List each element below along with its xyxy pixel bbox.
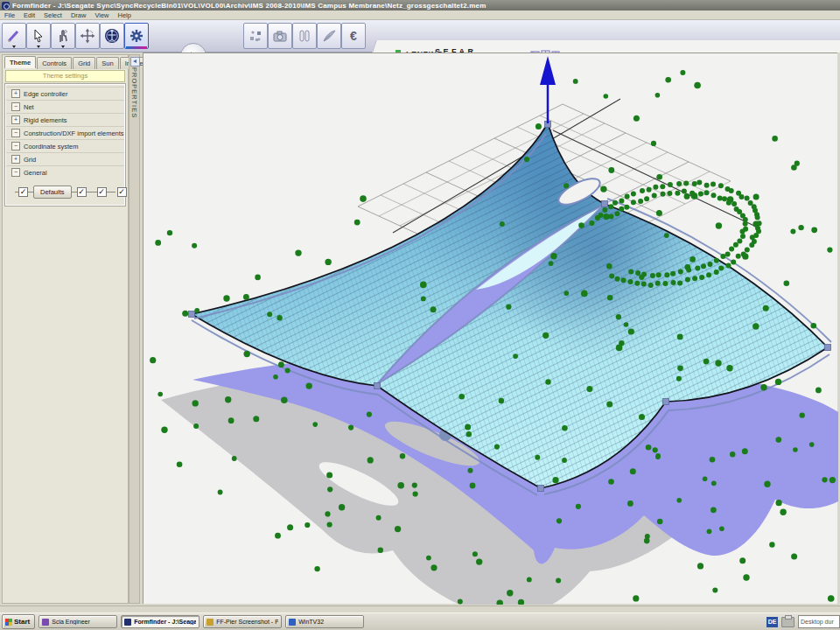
section-label: Net: [24, 103, 34, 111]
panel-sections: +Edge controller−Net+Rigid elements−Cons…: [5, 84, 125, 206]
feather-icon: [321, 28, 337, 44]
feather-button[interactable]: [317, 23, 341, 49]
menu-item-draw[interactable]: Draw: [66, 11, 91, 19]
tab-theme[interactable]: Theme: [4, 56, 36, 68]
app-icon: [2, 2, 10, 10]
menu-item-select[interactable]: Select: [39, 11, 66, 19]
properties-panel: ThemeControlsGridSunImages Theme setting…: [2, 54, 129, 604]
section-header-grid[interactable]: +Grid: [6, 152, 124, 165]
expand-toggle-icon[interactable]: +: [11, 155, 20, 164]
menu-item-help[interactable]: Help: [114, 11, 136, 19]
section-label: Edge controller: [24, 90, 67, 98]
title-bar[interactable]: Formfinder - J:\Seagate Sync\SyncRecycle…: [0, 0, 840, 10]
active-highlight: [126, 46, 147, 49]
nodes-button[interactable]: [243, 23, 268, 49]
task-icon: [206, 619, 214, 626]
section-header-coordinate-system[interactable]: −Coordinate system: [6, 139, 124, 152]
euro-icon: €: [350, 28, 357, 44]
expand-toggle-icon[interactable]: −: [11, 129, 20, 137]
menu-item-file[interactable]: File: [0, 11, 19, 19]
defaults-button[interactable]: Defaults: [33, 186, 72, 199]
binoculars-button[interactable]: [292, 23, 317, 49]
printer-icon[interactable]: [781, 617, 794, 627]
binoculars-icon: [297, 28, 312, 44]
language-indicator[interactable]: DE: [766, 617, 778, 627]
transform-move-button[interactable]: [75, 23, 100, 49]
euro-button[interactable]: €: [341, 23, 366, 49]
task-icon: [124, 619, 131, 626]
defaults-checkbox-2[interactable]: ✓: [77, 187, 87, 197]
camera-button[interactable]: [268, 23, 292, 49]
taskbar-task-ffpier[interactable]: FF-Pier Screenshot - Paint: [203, 615, 282, 628]
defaults-row: ✓Defaults✓✓✓: [13, 182, 117, 201]
pan-hand-icon: [55, 28, 71, 44]
taskbar: Start Scia EngineerFormfinder - J:\Seaga…: [0, 612, 840, 630]
section-label: Grid: [24, 156, 36, 164]
collapse-arrow-icon[interactable]: [130, 57, 140, 66]
properties-strip-label: PROPERTIES: [130, 67, 138, 118]
menu-bar: FileEditSelectDrawViewHelp: [0, 10, 840, 20]
panel-tabs: ThemeControlsGridSunImages: [4, 57, 126, 69]
menu-item-view[interactable]: View: [90, 11, 113, 19]
task-label: Scia Engineer: [52, 619, 90, 625]
dropdown-arrow-icon[interactable]: [61, 46, 65, 48]
taskbar-task-scia[interactable]: Scia Engineer: [38, 615, 117, 628]
desktop-search-box[interactable]: Desktop dur: [798, 615, 840, 628]
start-label: Start: [14, 618, 30, 626]
desktop-search-text: Desktop dur: [799, 619, 834, 625]
toolbar: LENZING PLASTICS SEFAR CarlStahl €: [0, 20, 840, 52]
section-header-rigid-elements[interactable]: +Rigid elements: [6, 113, 124, 126]
scene-canvas[interactable]: [144, 53, 838, 605]
tab-grid[interactable]: Grid: [73, 57, 95, 69]
tab-sun[interactable]: Sun: [96, 57, 118, 69]
expand-toggle-icon[interactable]: +: [11, 116, 20, 124]
draw-pencil-button[interactable]: [2, 23, 26, 49]
expand-toggle-icon[interactable]: −: [11, 142, 20, 150]
task-icon: [289, 619, 296, 626]
transform-move-icon: [80, 28, 95, 44]
menu-item-edit[interactable]: Edit: [19, 11, 39, 19]
section-label: General: [24, 169, 47, 177]
viewport-3d[interactable]: [143, 52, 837, 604]
main-area: ThemeControlsGridSunImages Theme setting…: [0, 52, 840, 606]
section-label: Construction/DXF import elements: [24, 130, 124, 137]
taskbar-task-formfinder[interactable]: Formfinder - J:\Seaga...: [121, 615, 200, 628]
select-cursor-icon: [31, 28, 46, 44]
window-bottom-strip: [0, 606, 840, 612]
dropdown-arrow-icon[interactable]: [12, 46, 16, 48]
task-label: FF-Pier Screenshot - Paint: [216, 619, 278, 625]
pan-hand-button[interactable]: [51, 23, 75, 49]
start-button[interactable]: Start: [2, 614, 35, 629]
theme-gear-icon: [129, 28, 144, 44]
camera-icon: [272, 28, 288, 44]
task-label: WinTV32: [298, 619, 324, 625]
expand-toggle-icon[interactable]: +: [11, 89, 20, 98]
mast-arrow: [540, 56, 556, 123]
theme-gear-button[interactable]: [124, 23, 149, 49]
defaults-checkbox-3[interactable]: ✓: [97, 187, 107, 197]
section-header-net[interactable]: −Net: [6, 100, 124, 113]
vitruvian-man-button[interactable]: [100, 23, 124, 49]
expand-toggle-icon[interactable]: −: [11, 102, 20, 111]
system-tray: DE Desktop dur: [766, 615, 840, 628]
select-cursor-button[interactable]: [26, 23, 51, 49]
vitruvian-man-icon: [104, 28, 120, 44]
section-header-edge-controller[interactable]: +Edge controller: [6, 87, 124, 100]
nodes-icon: [248, 28, 263, 44]
task-icon: [42, 619, 49, 626]
properties-strip[interactable]: PROPERTIES: [129, 54, 140, 604]
defaults-checkbox-4[interactable]: ✓: [117, 187, 127, 197]
defaults-checkbox-1[interactable]: ✓: [18, 187, 28, 197]
expand-toggle-icon[interactable]: −: [11, 168, 20, 177]
section-label: Coordinate system: [24, 143, 79, 150]
section-header-construction-dxf-import-elements[interactable]: −Construction/DXF import elements: [6, 126, 124, 139]
task-buttons: Scia EngineerFormfinder - J:\Seaga...FF-…: [35, 615, 364, 628]
window-title: Formfinder - J:\Seagate Sync\SyncRecycle…: [12, 2, 486, 10]
dropdown-arrow-icon[interactable]: [37, 46, 40, 48]
taskbar-task-wintv32[interactable]: WinTV32: [285, 615, 364, 628]
section-label: Rigid elements: [24, 116, 67, 124]
draw-pencil-icon: [6, 28, 22, 44]
section-header-general[interactable]: −General: [6, 165, 124, 178]
tab-controls[interactable]: Controls: [37, 57, 72, 69]
windows-flag-icon: [5, 619, 12, 626]
